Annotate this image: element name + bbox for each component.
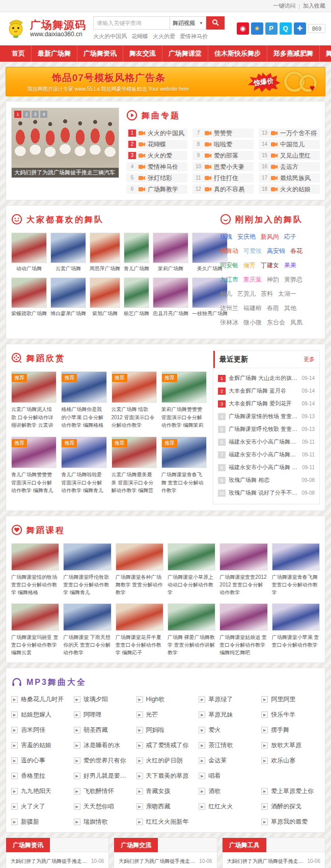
topic-item[interactable]: 6 广场舞教学	[126, 185, 187, 194]
team-tag[interactable]: 福建榕	[243, 304, 262, 313]
team-tag[interactable]: 応子	[284, 233, 296, 241]
slideshow[interactable]: 1234 大妈们拼了为跳广场舞徒手推走三辆汽车	[11, 108, 119, 178]
nav-item[interactable]: 舞曲下载	[320, 45, 331, 62]
team-tag[interactable]: 同安银	[220, 261, 238, 270]
recent-item[interactable]: 8 福建永安市小小高广场舞 玉满中 09-11	[218, 461, 315, 474]
team-tag[interactable]: 可爱玫	[243, 247, 262, 256]
team-tag[interactable]: 戴儿	[220, 290, 232, 298]
team-card[interactable]: 茉莉广场舞	[153, 233, 188, 272]
team-card[interactable]: 忠县月亮广场舞	[153, 277, 188, 317]
mp3-item[interactable]: ▶ 玻璃夕阳	[74, 695, 132, 704]
course-card[interactable]: 广场舞课堂小苹果 萱萱口令分解动作教学	[272, 603, 320, 656]
team-tag[interactable]: 微小微	[243, 318, 262, 327]
nav-item[interactable]: 最新广场舞	[32, 45, 77, 62]
video-card[interactable]: 推荐 青儿广场舞赞赞赞 背面演示口令分解动作教学 编舞青儿	[11, 437, 57, 495]
mp3-item[interactable]: ▶ 爱上草原爱上你	[261, 787, 320, 796]
video-card[interactable]: 推荐 云裳广场舞最美最美 背面演示口令分解动作教学 编舞芸	[112, 437, 157, 495]
mp3-item[interactable]: ▶ High歌	[136, 695, 195, 704]
mp3-item[interactable]: ▶ 朝圣西藏	[74, 726, 132, 734]
mp3-item[interactable]: ▶ 快乐牛羊	[261, 710, 320, 719]
mp3-item[interactable]: ▶ 爱的世界只有你	[74, 756, 132, 765]
course-card[interactable]: 广场舞课堂花开半夏 萱萱口令分解动作教学 编舞応子	[116, 603, 163, 656]
topic-item[interactable]: 2 花蝴蝶	[126, 140, 187, 149]
course-card[interactable]: 广场舞课堂各种广场舞教学 萱萱分解动作教学	[116, 543, 163, 596]
pager-dot[interactable]: 4	[40, 111, 47, 118]
topic-item[interactable]: 9 爱的部落	[192, 151, 254, 160]
tools-item[interactable]: 大妈们拼了为跳广场舞徒手推走三辆汽车 10-06	[227, 856, 320, 866]
nav-item[interactable]: 佳木斯快乐舞步	[208, 45, 267, 62]
mp3-item[interactable]: ▶ 草原兄妹	[199, 710, 257, 719]
team-tag[interactable]: 果果	[284, 261, 296, 270]
mp3-item[interactable]: ▶ 格桑花儿几时开	[11, 695, 70, 704]
recent-item[interactable]: 1 金辉广场舞 大山走出的孩子 演 09-14	[218, 372, 315, 385]
mp3-item[interactable]: ▶ 草原绿了	[199, 695, 257, 704]
tools-item[interactable]: 大妈们拼了为跳广场舞徒手推走三辆汽车 10-06	[227, 866, 320, 868]
topic-item[interactable]: 15 又见山里红	[259, 151, 320, 160]
more-link[interactable]: 更多	[304, 355, 315, 363]
exchange-item[interactable]: 大妈们拼了为跳广场舞徒手推走三辆汽车 10-06	[119, 866, 212, 868]
mp3-item[interactable]: ▶ 戒了爱情戒了你	[136, 741, 195, 750]
course-card[interactable]: 广场舞课堂青春飞舞 萱萱口令分解动作教学	[272, 543, 320, 596]
site-logo[interactable]: 广场舞源码 www.daixiao360.cn	[6, 17, 86, 40]
qq-icon[interactable]: Q	[280, 22, 292, 35]
video-card[interactable]: 推荐 云裳广场舞泥人情歌 口令分解动作详细讲解教学 云裳讲	[11, 371, 57, 429]
topic-item[interactable]: 7 赞赞赞	[192, 129, 254, 138]
recent-item[interactable]: 3 大丰金辉广场舞 爱到花开 09-14	[218, 397, 315, 410]
recent-item[interactable]: 2 大丰金辉广场舞 蓝月谷 09-14	[218, 385, 315, 397]
team-tag[interactable]: 太湖一	[278, 290, 296, 298]
topic-item[interactable]: 5 张灯结彩	[126, 173, 187, 183]
course-card[interactable]: 广场舞课堂小草原上 动动口令分解动作教学	[168, 543, 215, 596]
mp3-item[interactable]: ▶ 天下最美的草原	[136, 772, 195, 780]
mp3-item[interactable]: ▶ 酒醉的探戈	[261, 802, 320, 811]
slideshow-caption[interactable]: 大妈们拼了为跳广场舞徒手推走三辆汽车	[12, 168, 119, 177]
team-tag[interactable]: 九江市	[220, 275, 238, 284]
topic-item[interactable]: 13 一万个舍不得	[259, 129, 320, 138]
course-card[interactable]: 广场舞课堂萱萱2012 2012 萱萱口令分解动作教学	[219, 543, 267, 596]
recent-item[interactable]: 7 福建永安市小小高广场舞青藏阳光 09-11	[218, 448, 315, 461]
mp3-item[interactable]: ▶ 冰是睡着的水	[74, 741, 132, 750]
hot-word-link[interactable]: 火火的中国风	[93, 33, 127, 40]
topic-item[interactable]: 18 火火的姑娘	[259, 185, 320, 194]
qzone-icon[interactable]: ★	[251, 22, 263, 35]
exchange-item[interactable]: 大妈们拼了为跳广场舞徒手推走三辆汽车 10-06	[119, 856, 212, 866]
mp3-item[interactable]: ▶ 摆手舞	[261, 726, 320, 734]
pengyou-icon[interactable]: P	[265, 22, 278, 35]
recent-item[interactable]: 10 玫瑰广场舞 说好了分手不再为你 09-08	[218, 487, 315, 499]
mp3-item[interactable]: ▶ 放歌大草原	[261, 741, 320, 750]
team-card[interactable]: 动动广场舞	[11, 233, 47, 272]
news-item[interactable]: 大妈们拼了为跳广场舞徒手推走三辆汽车 10-06	[11, 856, 104, 866]
course-card[interactable]: 广场舞课堂呼伦牧歌 萱萱口令分解动作教学 编舞青儿	[63, 543, 111, 596]
news-item[interactable]: 大妈们拼了为跳广场舞徒手推走三辆汽车 10-06	[11, 866, 104, 868]
search-input[interactable]	[93, 16, 170, 30]
quick-access-link[interactable]: 一键访问	[273, 2, 295, 10]
team-tag[interactable]: 张林冰	[220, 318, 238, 327]
mp3-item[interactable]: ▶ 青藏女孩	[136, 787, 195, 796]
mp3-item[interactable]: ▶ 茶江情歌	[199, 741, 257, 750]
team-tag[interactable]: 东台会	[267, 318, 285, 327]
team-tag[interactable]: 凤凰	[290, 318, 302, 327]
pager-dot[interactable]: 1	[14, 111, 21, 118]
weibo-icon[interactable]: ◉	[237, 22, 249, 35]
team-card[interactable]: 杨艺广场舞	[124, 277, 149, 317]
topic-item[interactable]: 8 啦啦爱	[192, 140, 254, 149]
mp3-item[interactable]: ▶ 红红火火	[199, 802, 257, 811]
search-category-select[interactable]: 舞蹈视频 ▼	[170, 16, 206, 30]
mp3-item[interactable]: ▶ 火红的萨日朗	[136, 756, 195, 765]
mp3-item[interactable]: ▶ 阿妈啦	[136, 726, 195, 734]
mp3-item[interactable]: ▶ 阿里阿里	[261, 695, 320, 704]
hot-word-link[interactable]: 火火的爱	[153, 33, 175, 40]
nav-item[interactable]: 首页	[6, 45, 32, 62]
mp3-item[interactable]: ▶ 姑娘想嫁人	[11, 710, 70, 719]
mp3-item[interactable]: ▶ 爱火	[199, 726, 257, 734]
team-tag[interactable]: 安庆艳	[237, 233, 256, 241]
hot-word-link[interactable]: 花蝴蝶	[131, 33, 148, 40]
team-tag[interactable]: 茶料	[261, 290, 273, 298]
mp3-item[interactable]: ▶ 好男儿就是要当兵	[74, 772, 132, 780]
mp3-item[interactable]: ▶ 火了火了	[11, 802, 70, 811]
recent-item[interactable]: 5 广场舞课堂呼伦牧歌 萱萱口令分 09-13	[218, 423, 315, 436]
mp3-item[interactable]: ▶ 瑞旗情歌	[74, 818, 132, 826]
team-tag[interactable]: 春雨	[267, 304, 279, 313]
pager-dot[interactable]: 3	[32, 111, 39, 118]
team-card[interactable]: 周思萍广场舞	[90, 233, 120, 272]
team-tag[interactable]: 高安锦	[267, 247, 285, 256]
